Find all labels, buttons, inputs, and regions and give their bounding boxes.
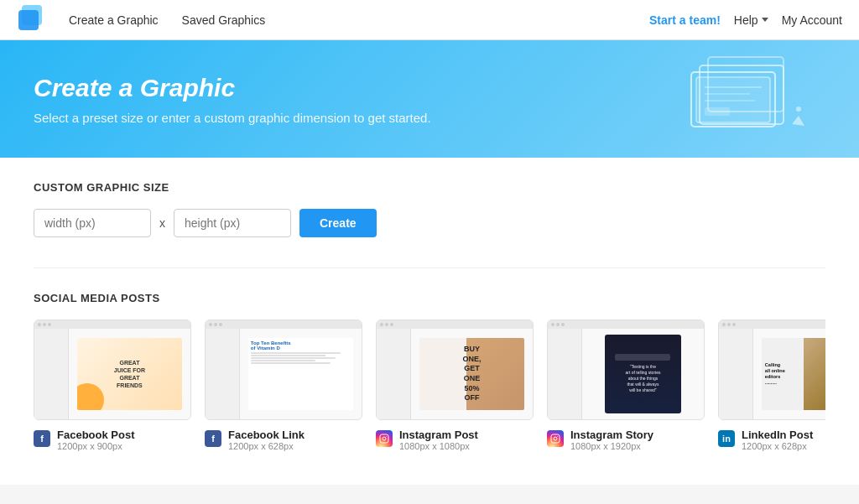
- width-input[interactable]: [34, 209, 151, 237]
- navbar: Create a Graphic Saved Graphics Start a …: [0, 0, 859, 40]
- template-card-instagram-post[interactable]: BUYONE,GETONE50%OFF Instagram Post 1080p…: [376, 320, 534, 451]
- social-posts-title: SOCIAL MEDIA POSTS: [34, 292, 825, 304]
- height-input[interactable]: [174, 209, 291, 237]
- svg-point-16: [554, 437, 557, 440]
- template-card-facebook-post[interactable]: GREATJUICE FORGREATFRIENDS f Facebook Po…: [34, 320, 191, 451]
- hero-content: Create a Graphic Select a preset size or…: [34, 74, 431, 125]
- template-preview-instagram-story: "Texting is theart of telling storiesabo…: [547, 320, 705, 420]
- svg-marker-10: [792, 116, 804, 126]
- template-info-linkedin-post: in LinkedIn Post 1200px x 628px: [718, 429, 825, 451]
- custom-size-row: x Create: [34, 209, 825, 237]
- template-name-linkedin-post: LinkedIn Post: [742, 429, 813, 441]
- template-name-facebook-link: Facebook Link: [228, 429, 305, 441]
- navbar-right: Start a team! Help My Account: [649, 13, 842, 27]
- hero-title: Create a Graphic: [34, 74, 431, 102]
- template-size-instagram-post: 1080px x 1080px: [399, 441, 478, 451]
- svg-point-11: [796, 107, 801, 112]
- svg-point-13: [383, 437, 386, 440]
- hero-illustration-icon: [674, 49, 809, 149]
- template-size-facebook-link: 1200px x 628px: [228, 441, 305, 451]
- instagram-post-icon: [376, 430, 393, 447]
- logo[interactable]: [17, 3, 57, 37]
- svg-rect-12: [380, 434, 388, 443]
- template-size-linkedin-post: 1200px x 628px: [742, 441, 813, 451]
- section-divider: [34, 268, 825, 268]
- svg-point-17: [557, 436, 558, 437]
- template-name-facebook-post: Facebook Post: [57, 429, 134, 441]
- facebook-icon: f: [34, 430, 50, 447]
- nav-saved-graphics[interactable]: Saved Graphics: [170, 13, 278, 27]
- nav-create-graphic[interactable]: Create a Graphic: [57, 13, 170, 27]
- create-button[interactable]: Create: [299, 209, 377, 237]
- svg-rect-9: [705, 107, 730, 116]
- help-chevron-icon: [762, 18, 768, 22]
- hero-banner: Create a Graphic Select a preset size or…: [0, 40, 859, 158]
- template-name-instagram-story: Instagram Story: [570, 429, 653, 441]
- template-size-facebook-post: 1200px x 900px: [57, 441, 134, 451]
- template-preview-linkedin-post: Callingall onlineeditors ••••••••••: [718, 320, 825, 420]
- facebook-link-icon: f: [205, 430, 221, 447]
- custom-size-title: CUSTOM GRAPHIC SIZE: [34, 181, 825, 194]
- template-card-instagram-story[interactable]: "Texting is theart of telling storiesabo…: [547, 320, 705, 451]
- nav-start-team[interactable]: Start a team!: [649, 13, 721, 27]
- svg-point-14: [386, 436, 387, 437]
- x-separator: x: [159, 216, 165, 230]
- linkedin-icon: in: [718, 430, 735, 447]
- social-posts-section: SOCIAL MEDIA POSTS GRE: [34, 292, 825, 451]
- nav-my-account[interactable]: My Account: [782, 13, 842, 27]
- template-preview-facebook-post: GREATJUICE FORGREATFRIENDS: [34, 320, 191, 420]
- svg-rect-15: [551, 434, 560, 443]
- template-name-instagram-post: Instagram Post: [399, 429, 478, 441]
- template-size-instagram-story: 1080px x 1920px: [570, 441, 653, 451]
- template-preview-instagram-post: BUYONE,GETONE50%OFF: [376, 320, 534, 420]
- template-info-facebook-post: f Facebook Post 1200px x 900px: [34, 429, 191, 451]
- template-info-instagram-story: Instagram Story 1080px x 1920px: [547, 429, 705, 451]
- custom-size-section: CUSTOM GRAPHIC SIZE x Create: [34, 181, 825, 237]
- template-preview-facebook-link: Top Ten Benefitsof Vitamin D: [205, 320, 362, 420]
- instagram-story-icon: [547, 430, 564, 447]
- templates-grid: GREATJUICE FORGREATFRIENDS f Facebook Po…: [34, 320, 825, 451]
- nav-help[interactable]: Help: [734, 13, 768, 27]
- template-card-facebook-link[interactable]: Top Ten Benefitsof Vitamin D: [205, 320, 362, 451]
- main-content: CUSTOM GRAPHIC SIZE x Create SOCIAL MEDI…: [0, 158, 859, 485]
- template-card-linkedin-post[interactable]: Callingall onlineeditors •••••••••• in L…: [718, 320, 825, 451]
- hero-subtitle: Select a preset size or enter a custom g…: [34, 111, 431, 125]
- svg-rect-1: [18, 10, 39, 30]
- nav-links: Create a Graphic Saved Graphics: [57, 13, 277, 27]
- template-info-facebook-link: f Facebook Link 1200px x 628px: [205, 429, 362, 451]
- template-info-instagram-post: Instagram Post 1080px x 1080px: [376, 429, 534, 451]
